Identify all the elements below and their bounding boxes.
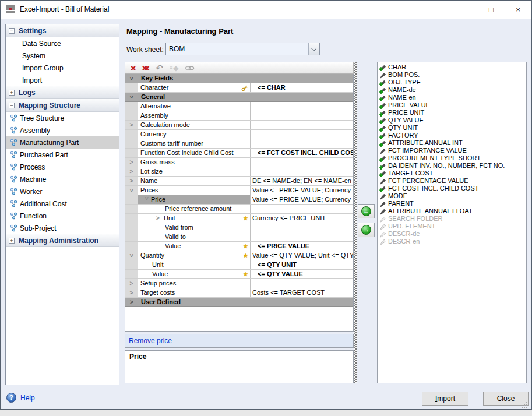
field-list-item-qty-unit[interactable]: QTY UNIT	[378, 124, 526, 132]
mapping-value[interactable]: DE <= NAME-de; EN <= NAME-en	[251, 177, 353, 185]
chevron-down-icon[interactable]: >	[142, 195, 151, 204]
sidebar-item-additional-cost[interactable]: Additional Cost	[6, 198, 119, 210]
field-list-item-parent[interactable]: PARENT	[378, 200, 526, 207]
mapping-value[interactable]	[251, 111, 353, 120]
move-field-right-button[interactable]: →	[358, 223, 375, 237]
mapping-row-function-cost-include-child-cost[interactable]: Function Cost include Child Cost<= FCT C…	[125, 149, 353, 158]
mapping-value[interactable]	[251, 102, 353, 111]
row-expander[interactable]: >	[125, 279, 138, 288]
mapping-row-gross-mass[interactable]: >Gross mass	[125, 158, 353, 167]
sidebar-item-import[interactable]: Import	[6, 74, 119, 86]
resize-grip[interactable]	[521, 402, 528, 408]
delete-all-mappings-button[interactable]: ××	[142, 64, 150, 72]
remove-price-link[interactable]: Remove price	[129, 337, 172, 345]
field-list-item-price-value[interactable]: PRICE VALUE	[378, 101, 526, 109]
mapping-value[interactable]: Value <= PRICE VALUE; Currency <= PRICE …	[251, 186, 353, 195]
mapping-row-price-reference-amount[interactable]: Price reference amount	[125, 205, 353, 214]
move-field-left-button[interactable]: ←	[358, 204, 375, 218]
field-list-item-qty-value[interactable]: QTY VALUE	[378, 117, 526, 124]
field-list-item-factory[interactable]: FACTORY	[378, 132, 526, 139]
mapping-row-character[interactable]: Character<= CHAR	[125, 83, 353, 93]
mapping-row-calculation-mode[interactable]: >Calculation mode	[125, 121, 353, 130]
mapping-row-unit[interactable]: >Unit★Currency <= PRICE UNIT	[125, 214, 353, 223]
collapse-icon[interactable]: −	[9, 103, 15, 108]
field-list-item-procurement-type-short[interactable]: PROCUREMENT TYPE SHORT	[378, 154, 526, 162]
collapse-icon[interactable]: −	[9, 28, 15, 34]
minimize-button[interactable]: —	[451, 1, 478, 19]
mapping-value[interactable]: <= CHAR	[251, 83, 353, 92]
undo-mapping-button[interactable]: ↶	[156, 64, 163, 72]
mapping-section-key-fields[interactable]: >Key Fields	[125, 74, 353, 83]
mapping-row-name[interactable]: >NameDE <= NAME-de; EN <= NAME-en	[125, 177, 353, 186]
field-list-item-target-cost[interactable]: TARGET COST	[378, 170, 526, 177]
field-list-item-fct-percentage-value[interactable]: FCT PERCENTAGE VALUE	[378, 177, 526, 185]
sidebar-item-manufacturing-part[interactable]: Manufacturing Part	[6, 136, 119, 149]
mapping-value[interactable]: Value <= QTY VALUE; Unit <= QTY UNIT	[251, 251, 353, 260]
mapping-value[interactable]	[251, 130, 353, 139]
row-expander[interactable]: >	[125, 167, 138, 176]
mapping-value[interactable]	[251, 205, 353, 213]
mapping-row-assembly[interactable]: Assembly	[125, 111, 353, 121]
splitter-handle[interactable]	[354, 62, 357, 383]
mapping-row-alternative[interactable]: Alternative	[125, 102, 353, 111]
mapping-value[interactable]	[251, 232, 353, 241]
mapping-row-currency[interactable]: Currency	[125, 130, 353, 139]
sidebar-item-worker[interactable]: Worker	[6, 185, 119, 198]
mapping-row-quantity[interactable]: >Quantity★Value <= QTY VALUE; Unit <= QT…	[125, 251, 353, 260]
close-button[interactable]: ×	[505, 1, 531, 19]
sidebar-item-tree-structure[interactable]: Tree Structure	[6, 112, 119, 124]
sidebar-item-sub-project[interactable]: Sub-Project	[6, 222, 119, 234]
mapping-section-price[interactable]: >PriceValue <= PRICE VALUE; Currency <= …	[125, 195, 353, 205]
row-expander[interactable]: >	[125, 298, 138, 306]
mapping-value[interactable]: <= QTY VALUE	[251, 270, 353, 278]
mapping-row-target-costs[interactable]: >Target costsCosts <= TARGET COST	[125, 288, 353, 298]
sidebar-item-import-group[interactable]: Import Group	[6, 62, 119, 74]
worksheet-combobox[interactable]: BOM	[165, 43, 320, 55]
mapping-row-customs-tariff-number[interactable]: Customs tariff number	[125, 139, 353, 149]
field-list-item-da-ident-inv-no-number-fct-no[interactable]: DA IDENT INV. NO., NUMBER, FCT NO.	[378, 162, 526, 170]
sidebar-section-settings[interactable]: −Settings	[6, 24, 119, 37]
sidebar-section-mapping-structure[interactable]: −Mapping Structure	[6, 99, 119, 112]
import-button[interactable]: Import	[422, 392, 468, 406]
sidebar-item-data-source[interactable]: Data Source	[6, 37, 119, 50]
field-list-item-name-en[interactable]: NAME-en	[378, 94, 526, 101]
mapping-row-setup-prices[interactable]: >Setup prices	[125, 279, 353, 288]
delete-mapping-button[interactable]: ×	[131, 64, 136, 72]
mapping-row-prices[interactable]: >PricesValue <= PRICE VALUE; Currency <=…	[125, 186, 353, 195]
sidebar-section-mapping-administration[interactable]: +Mapping Administration	[6, 234, 119, 247]
mapping-section-general[interactable]: >General	[125, 93, 353, 102]
row-expander[interactable]: >	[125, 158, 138, 167]
field-list-item-fct-importance-value[interactable]: FCT IMPORTANCE VALUE	[378, 147, 526, 154]
mapping-value[interactable]: Currency <= PRICE UNIT	[251, 214, 353, 223]
row-expander[interactable]: >	[125, 251, 138, 260]
expand-icon[interactable]: +	[9, 90, 15, 96]
mapping-value[interactable]: <= FCT COST INCL. CHILD COST	[251, 149, 353, 157]
chevron-down-icon[interactable]	[308, 43, 319, 55]
field-list-item-attribute-annual-float[interactable]: ATTRIBUTE ANNUAL FLOAT	[378, 207, 526, 215]
mapping-row-value[interactable]: Value★<= QTY VALUE	[125, 270, 353, 279]
field-list-item-fct-cost-incl-child-cost[interactable]: FCT COST INCL. CHILD COST	[378, 185, 526, 192]
chevron-right-icon[interactable]: >	[154, 214, 164, 223]
field-list-item-char[interactable]: CHAR	[378, 64, 526, 71]
sidebar-item-purchased-part[interactable]: Purchased Part	[6, 149, 119, 161]
field-list-item-attribute-annual-int[interactable]: ATTRIBUTE ANNUAL INT	[378, 139, 526, 147]
mapping-value[interactable]	[251, 223, 353, 232]
maximize-button[interactable]: □	[478, 1, 505, 19]
row-expander[interactable]: >	[125, 288, 138, 297]
sidebar-item-process[interactable]: Process	[6, 161, 119, 173]
mapping-value[interactable]	[251, 167, 353, 176]
row-expander[interactable]: >	[125, 121, 138, 129]
mapping-value[interactable]	[251, 121, 353, 129]
help-icon[interactable]: ?	[6, 393, 16, 403]
expand-icon[interactable]: +	[9, 238, 15, 244]
field-list-item-obj-type[interactable]: OBJ. TYPE	[378, 79, 526, 86]
mapping-row-value[interactable]: Value★<= PRICE VALUE	[125, 242, 353, 251]
mapping-value[interactable]	[251, 139, 353, 148]
mapping-value[interactable]: <= QTY UNIT	[251, 260, 353, 269]
field-list-item-mode[interactable]: MODE	[378, 192, 526, 200]
mapping-row-valid-from[interactable]: Valid from	[125, 223, 353, 232]
mapping-section-user-defined[interactable]: >User Defined	[125, 298, 353, 307]
sidebar-item-assembly[interactable]: Assembly	[6, 124, 119, 136]
mapping-row-unit[interactable]: Unit<= QTY UNIT	[125, 260, 353, 270]
mapping-value[interactable]: Costs <= TARGET COST	[251, 288, 353, 297]
